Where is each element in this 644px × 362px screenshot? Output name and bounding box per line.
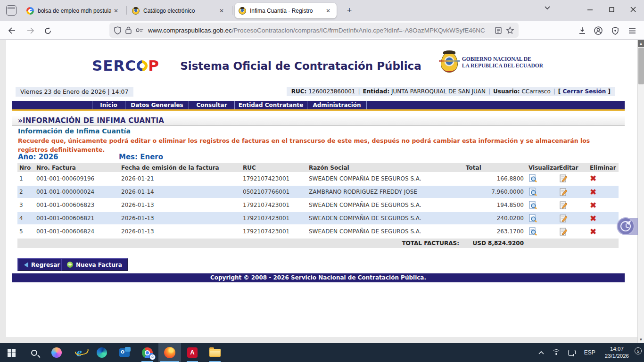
warning-text: Recuerde que, únicamente podrá editar o … xyxy=(18,136,603,155)
editar-icon[interactable] xyxy=(559,227,568,236)
scrollbar-thumb[interactable] xyxy=(638,48,644,84)
editar-icon[interactable] xyxy=(559,174,568,183)
url-text: www.compraspublicas.gob.ec/ProcesoContra… xyxy=(148,27,492,34)
regresar-button[interactable]: Regresar xyxy=(17,258,66,271)
maximize-button[interactable] xyxy=(601,0,622,19)
tray-chevron-icon[interactable] xyxy=(534,351,548,354)
taskbar-outlook-button[interactable] xyxy=(113,343,136,362)
forward-button[interactable] xyxy=(25,25,37,37)
table-row: 1 001-001-000609196 2026-01-21 179210742… xyxy=(17,172,619,185)
cell-ruc: 1792107423001 xyxy=(241,212,307,225)
session-info-bar: RUC: 1260023860001|Entidad: JUNTA PARROQ… xyxy=(287,87,615,96)
ecuador-coat-of-arms-icon xyxy=(441,52,458,73)
editar-icon[interactable] xyxy=(559,201,568,210)
tab-close-icon[interactable]: ✕ xyxy=(111,7,121,15)
cell-factura: 001-001-000609196 xyxy=(34,172,119,185)
cell-razon-social: SWEADEN COMPAÑIA DE SEGUROS S.A. xyxy=(307,198,464,212)
taskbar-copilot-button[interactable] xyxy=(45,343,68,362)
nav-item-inicio[interactable]: Inicio xyxy=(92,101,125,109)
cell-total: 166.8800 xyxy=(464,172,527,185)
sercop-page: SERCP Sistema Oficial de Contratación Pú… xyxy=(6,40,637,337)
account-icon[interactable] xyxy=(592,25,604,37)
eliminar-icon[interactable]: ✖ xyxy=(590,228,596,236)
scroll-down-arrow-icon[interactable]: ▼ xyxy=(638,336,644,343)
extensions-icon[interactable] xyxy=(609,25,621,37)
table-row: 3 001-001-000606823 2026-01-13 179210742… xyxy=(17,198,619,212)
col-nro: Nro xyxy=(17,163,34,172)
tab-overview-icon[interactable] xyxy=(6,5,17,16)
taskbar-date: 23/1/2026 xyxy=(605,353,629,360)
eliminar-icon[interactable]: ✖ xyxy=(590,201,596,209)
visualizar-icon[interactable] xyxy=(528,188,537,197)
nav-item-consultar[interactable]: Consultar xyxy=(189,101,234,109)
taskbar-acrobat-button[interactable]: A xyxy=(181,343,204,362)
tab-title: Infima Cuantía - Registro xyxy=(250,8,323,14)
cell-fecha: 2026-01-13 xyxy=(119,225,241,238)
usuario-value: CCarrasco xyxy=(521,88,550,95)
ecuador-crest-favicon-icon xyxy=(239,7,246,15)
cell-ruc: 0502107766001 xyxy=(241,185,307,198)
regresar-label: Regresar xyxy=(31,262,60,268)
year-label: Año: 2026 xyxy=(18,153,58,161)
nav-item-entidad-contratante[interactable]: Entidad Contratante xyxy=(234,101,307,109)
table-row: 2 001-001-000000024 2026-01-14 050210776… xyxy=(17,185,619,198)
permissions-icon[interactable] xyxy=(136,27,144,33)
visualizar-icon[interactable] xyxy=(528,174,537,183)
reader-mode-icon[interactable] xyxy=(495,27,502,34)
page-scrollbar[interactable]: ▲ ▼ xyxy=(637,40,644,343)
cell-fecha: 2026-01-13 xyxy=(119,212,241,225)
lock-icon[interactable] xyxy=(125,26,132,34)
close-window-button[interactable] xyxy=(622,0,644,19)
taskbar-firefox-button[interactable] xyxy=(158,343,181,362)
cell-razon-social: SWEADEN COMPAÑIA DE SEGUROS S.A. xyxy=(307,212,464,225)
wifi-icon[interactable] xyxy=(552,349,561,356)
taskbar-chrome-button[interactable]: ☺ xyxy=(136,343,158,362)
col-editar: Editar xyxy=(557,163,588,172)
list-tabs-chevron-icon[interactable] xyxy=(544,6,551,10)
eliminar-icon[interactable]: ✖ xyxy=(590,188,596,196)
page-title: Sistema Oficial de Contratación Pública xyxy=(124,60,478,72)
google-favicon-icon xyxy=(26,7,34,15)
logout-link[interactable]: Cerrar Sesión xyxy=(563,88,606,95)
session-clock-widget[interactable] xyxy=(617,217,635,235)
scroll-up-arrow-icon[interactable]: ▲ xyxy=(638,40,644,47)
cast-icon[interactable] xyxy=(568,350,576,356)
start-button[interactable] xyxy=(0,343,23,362)
tab-close-icon[interactable]: ✕ xyxy=(323,7,333,15)
firefox-icon xyxy=(164,347,175,358)
visualizar-icon[interactable] xyxy=(528,227,537,236)
nueva-factura-button[interactable]: + Nueva Factura xyxy=(61,258,128,271)
minimize-button[interactable] xyxy=(579,0,601,19)
editar-icon[interactable] xyxy=(559,188,568,197)
url-bar[interactable]: www.compraspublicas.gob.ec/ProcesoContra… xyxy=(109,23,519,38)
menu-hamburger-icon[interactable] xyxy=(626,25,638,37)
taskbar-clock[interactable]: 14:07 23/1/2026 xyxy=(600,346,634,360)
editar-icon[interactable] xyxy=(559,214,568,223)
taskbar-search-button[interactable] xyxy=(23,343,45,362)
taskbar-ie-button[interactable]: e xyxy=(68,343,91,362)
nav-item-datos-generales[interactable]: Datos Generales xyxy=(125,101,189,109)
reload-button[interactable] xyxy=(41,25,54,37)
invoices-table-footer: TOTAL FACTURAS: USD 8,824.9200 xyxy=(17,238,619,248)
browser-tab-active[interactable]: Infima Cuantía - Registro ✕ xyxy=(235,3,337,18)
eliminar-icon[interactable]: ✖ xyxy=(590,174,596,182)
tracking-shield-icon[interactable] xyxy=(114,26,121,34)
cell-nro: 5 xyxy=(17,225,34,238)
taskbar-edge-button[interactable] xyxy=(91,343,113,362)
visualizar-icon[interactable] xyxy=(528,201,537,210)
back-button[interactable] xyxy=(6,25,18,37)
eliminar-icon[interactable]: ✖ xyxy=(590,214,596,222)
browser-tab-1[interactable]: bolsa de empleo mdh postular ✕ xyxy=(23,3,124,18)
downloads-icon[interactable] xyxy=(576,25,588,37)
browser-tab-2[interactable]: Catálogo electrónico ✕ xyxy=(128,3,230,18)
back-arrow-icon xyxy=(21,262,28,268)
nueva-factura-label: Nueva Factura xyxy=(76,262,122,268)
visualizar-icon[interactable] xyxy=(528,214,537,223)
new-tab-button[interactable]: + xyxy=(343,5,355,17)
language-indicator[interactable]: ESP xyxy=(579,349,600,356)
nav-item-administracion[interactable]: Administración xyxy=(307,101,367,109)
tab-close-icon[interactable]: ✕ xyxy=(217,7,226,15)
bookmark-star-icon[interactable] xyxy=(506,26,514,34)
taskbar-explorer-button[interactable] xyxy=(204,343,226,362)
col-fecha: Fecha de emisión de la factura xyxy=(119,163,241,172)
